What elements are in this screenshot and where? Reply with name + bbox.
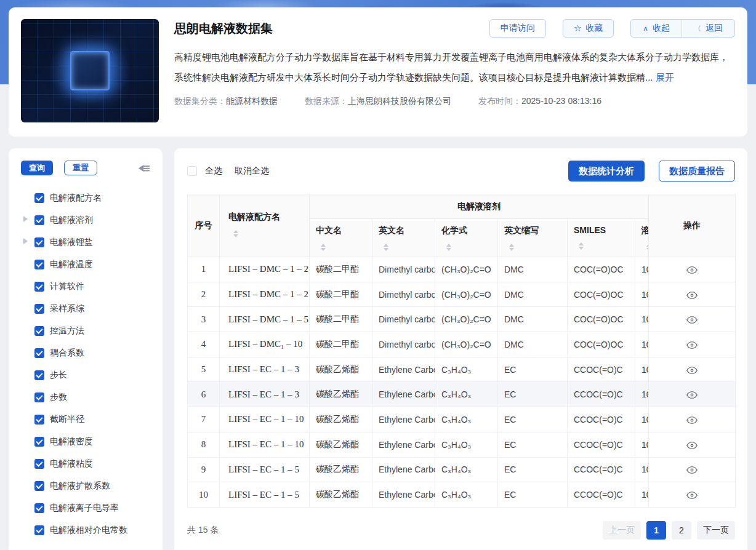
col-header-index[interactable]: 序号 xyxy=(188,194,220,257)
pagination: 上一页 12 下一页 xyxy=(603,521,735,540)
data-quality-report-button[interactable]: 数据质量报告 xyxy=(659,161,735,181)
sort-icon[interactable] xyxy=(320,241,327,253)
row-actions-cell xyxy=(649,457,736,482)
filter-label: 步数 xyxy=(50,392,67,403)
view-icon[interactable] xyxy=(686,464,698,474)
view-icon[interactable] xyxy=(686,490,698,500)
table-cell: 碳酸乙烯酯 xyxy=(310,457,372,482)
sidebar-filter-item[interactable]: 电解液扩散系数 xyxy=(21,479,150,492)
expand-link[interactable]: 展开 xyxy=(656,72,674,82)
sidebar-filter-item[interactable]: 电解液锂盐 xyxy=(21,236,150,249)
page-button-1[interactable]: 1 xyxy=(646,521,666,540)
sidebar-filter-item[interactable]: 电解液粘度 xyxy=(21,457,150,470)
collapse-back-group: ∧收起 〈返回 xyxy=(630,19,735,38)
table-cell: Dimethyl carbonate xyxy=(372,307,435,332)
table-cell: 4 xyxy=(188,332,220,357)
next-page-button[interactable]: 下一页 xyxy=(697,521,735,540)
filter-checkbox[interactable] xyxy=(34,459,44,469)
sidebar-filter-item[interactable]: 电解液离子电导率 xyxy=(21,501,150,514)
query-button[interactable]: 查询 xyxy=(21,161,53,175)
sidebar-filter-item[interactable]: 电解液配方名 xyxy=(21,191,150,204)
col-subheader[interactable]: 溶 xyxy=(635,219,649,257)
filter-checkbox[interactable] xyxy=(34,326,44,336)
page-button-2[interactable]: 2 xyxy=(672,521,691,540)
sort-icon[interactable] xyxy=(508,241,515,253)
filter-checkbox[interactable] xyxy=(34,304,44,314)
total-count: 共 15 条 xyxy=(187,525,219,536)
filter-checkbox[interactable] xyxy=(34,370,44,380)
col-subheader[interactable]: 化学式 xyxy=(435,219,498,257)
sidebar-filter-item[interactable]: 电解液相对介电常数 xyxy=(21,524,150,536)
sort-icon[interactable] xyxy=(382,241,390,253)
filter-checkbox[interactable] xyxy=(34,503,44,513)
filter-checkbox[interactable] xyxy=(34,193,44,203)
filter-checkbox[interactable] xyxy=(34,260,44,269)
sidebar-filter-item[interactable]: 电解液溶剂 xyxy=(21,213,150,226)
sidebar-filter-item[interactable]: 步数 xyxy=(21,391,150,404)
view-icon[interactable] xyxy=(686,415,698,424)
select-all-checkbox[interactable] xyxy=(187,166,197,176)
filter-checkbox[interactable] xyxy=(34,437,44,447)
col-subheader[interactable]: 英文缩写 xyxy=(498,219,568,257)
col-subheader[interactable]: SMILES xyxy=(568,219,635,257)
select-all-link[interactable]: 全选 xyxy=(205,165,222,177)
sidebar-filter-item[interactable]: 控温方法 xyxy=(21,324,150,337)
statistics-analysis-button[interactable]: 数据统计分析 xyxy=(568,161,645,181)
back-button[interactable]: 〈返回 xyxy=(682,20,734,37)
col-subheader[interactable]: 中文名 xyxy=(310,219,372,257)
filter-label: 采样系综 xyxy=(50,303,84,314)
table-cell: 碳酸二甲酯 xyxy=(310,307,372,332)
sidebar-filter-item[interactable]: 截断半径 xyxy=(21,413,150,426)
view-icon[interactable] xyxy=(686,340,698,349)
view-icon[interactable] xyxy=(686,364,698,374)
expand-arrow-icon[interactable] xyxy=(23,216,31,222)
view-icon[interactable] xyxy=(686,440,698,450)
table-cell: C₃H₄O₃ xyxy=(435,482,498,508)
filter-checkbox[interactable] xyxy=(34,481,44,491)
filter-checkbox[interactable] xyxy=(34,348,44,358)
filter-checkbox[interactable] xyxy=(34,282,44,292)
sidebar-filter-item[interactable]: 步长 xyxy=(21,369,150,381)
back-label: 返回 xyxy=(706,23,723,34)
table-cell: 5 xyxy=(188,357,220,382)
prev-page-button[interactable]: 上一页 xyxy=(603,521,641,540)
sidebar-filter-item[interactable]: 耦合系数 xyxy=(21,346,150,359)
sort-icon[interactable] xyxy=(577,240,585,252)
table-cell: LIFSI – EC – 1 – 10 xyxy=(220,407,310,432)
dataset-description: 高精度锂电池电解液配方分子动力学数据库旨在基于材料专用算力开发覆盖锂离子电池商用… xyxy=(174,47,735,87)
reset-button[interactable]: 重置 xyxy=(64,161,97,175)
col-subheader[interactable]: 英文名 xyxy=(372,219,435,257)
expand-arrow-icon[interactable] xyxy=(23,238,31,244)
sort-icon[interactable] xyxy=(232,228,239,240)
deselect-all-link[interactable]: 取消全选 xyxy=(235,165,269,177)
sidebar-filter-item[interactable]: 电解液密度 xyxy=(21,435,150,448)
sort-icon[interactable] xyxy=(445,241,452,253)
favorite-button[interactable]: ☆收藏 xyxy=(563,19,614,38)
col-header-formula[interactable]: 电解液配方名 xyxy=(220,194,310,257)
apply-access-button[interactable]: 申请访问 xyxy=(489,19,546,38)
collapse-button[interactable]: ∧收起 xyxy=(631,20,682,37)
dataset-meta-row: 数据集分类：能源材料数据 数据来源：上海思朗科技股份有限公司 发布时间：2025… xyxy=(174,96,735,107)
table-cell: LIFSI – DMC – 1 – 2 xyxy=(220,257,310,282)
table-cell: C₃H₄O₃ xyxy=(435,457,498,482)
meta-publish-time: 发布时间：2025-10-23 08:13:16 xyxy=(478,96,601,107)
row-actions-cell xyxy=(649,407,736,432)
filter-checkbox[interactable] xyxy=(34,237,44,247)
filter-checkbox[interactable] xyxy=(34,415,44,424)
view-icon[interactable] xyxy=(686,289,698,299)
view-icon[interactable] xyxy=(686,265,698,274)
sidebar-filter-item[interactable]: 电解液温度 xyxy=(21,258,150,271)
sidebar-filter-item[interactable]: 采样系综 xyxy=(21,302,150,315)
filter-label: 电解液温度 xyxy=(50,259,93,270)
filter-label: 计算软件 xyxy=(50,281,84,292)
filter-label: 电解液扩散系数 xyxy=(50,480,110,492)
view-icon[interactable] xyxy=(686,314,698,324)
filter-checkbox[interactable] xyxy=(34,215,44,225)
view-icon[interactable] xyxy=(686,389,698,399)
sidebar-filter-item[interactable]: 计算软件 xyxy=(21,280,150,293)
row-actions-cell xyxy=(649,307,736,332)
collapse-sidebar-icon[interactable] xyxy=(139,164,150,173)
table-cell: C₃H₄O₃ xyxy=(435,432,498,457)
filter-checkbox[interactable] xyxy=(34,525,44,535)
filter-checkbox[interactable] xyxy=(34,393,44,402)
